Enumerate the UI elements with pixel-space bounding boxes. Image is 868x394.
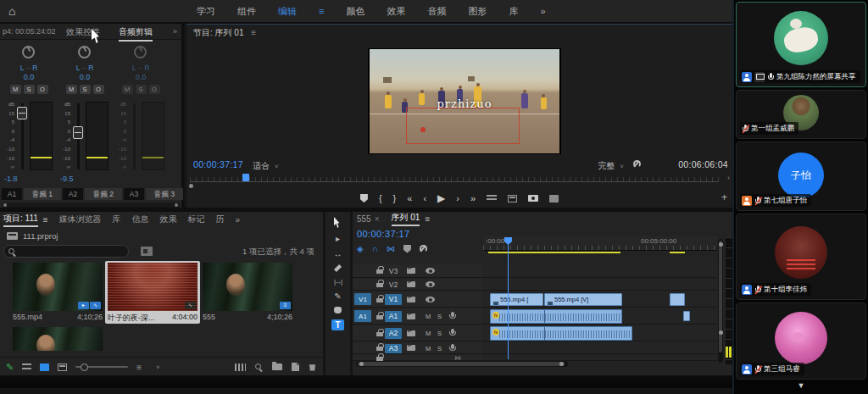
new-item-icon[interactable] [292, 363, 299, 371]
mute-button[interactable]: M [10, 85, 21, 94]
pan-knob[interactable] [78, 46, 91, 58]
snap-magnet-icon[interactable]: ∩ [372, 244, 378, 253]
track-label[interactable]: A3 [385, 344, 402, 353]
track-mute-button[interactable]: M [426, 330, 431, 337]
zoom-level-select[interactable]: 适合 [253, 161, 270, 170]
search-input[interactable] [3, 245, 129, 258]
timeline-ruler[interactable]: :00:00 00:05:00:00 [483, 236, 717, 251]
sync-lock-icon[interactable] [407, 345, 415, 351]
list-view-icon[interactable] [22, 363, 31, 371]
pan-knob[interactable] [22, 46, 35, 58]
voiceover-mic-icon[interactable] [451, 329, 454, 334]
project-clip-4-partial[interactable] [10, 325, 105, 351]
tab-media-browser[interactable]: 媒体浏览器 [59, 214, 102, 225]
timeline-clip-555-2[interactable]: 555.mp4 [V] [544, 293, 622, 306]
close-icon[interactable]: × [375, 214, 380, 224]
program-playhead[interactable] [242, 174, 249, 181]
comparison-view-icon[interactable] [549, 195, 559, 203]
go-to-in-button[interactable]: « [407, 193, 412, 203]
lock-icon[interactable] [376, 332, 383, 336]
nest-sequence-icon[interactable]: ◈ [357, 244, 364, 253]
mute-button[interactable]: M [66, 85, 77, 94]
clip-name[interactable]: 555.mp4 [13, 313, 42, 321]
project-clip-1[interactable]: ▸ ∿ 555.mp4 4;10;26 [10, 261, 105, 324]
slip-tool-icon[interactable]: |↔| [334, 278, 342, 286]
track-solo-button[interactable]: S [437, 345, 442, 352]
track-label[interactable]: A1 [385, 311, 402, 322]
program-preview[interactable]: przhizuo [368, 48, 561, 154]
track-name-audio2[interactable]: 音频 2 [85, 188, 122, 200]
settings-wrench-icon[interactable] [633, 160, 641, 168]
timeline-clip-fragment[interactable] [670, 293, 685, 306]
lock-icon[interactable] [376, 298, 383, 302]
delete-icon[interactable] [309, 363, 316, 371]
go-to-out-button[interactable]: » [470, 193, 476, 203]
icon-view-icon[interactable] [40, 363, 49, 371]
find-icon[interactable] [255, 363, 263, 371]
timeline-timecode[interactable]: 00:00:37:17 [357, 229, 410, 239]
tab-audio-clip-mixer[interactable]: 音频剪辑 [119, 26, 153, 42]
track-select-tool-icon[interactable]: ▸ [336, 234, 340, 243]
solo-button[interactable]: S [80, 85, 91, 94]
linked-selection-icon[interactable]: ⋈ [387, 244, 395, 253]
pen-tool-icon[interactable]: ✎ [334, 291, 341, 301]
track-mute-button[interactable]: M [426, 313, 431, 320]
menu-item-color[interactable]: 颜色 [346, 5, 364, 18]
mark-in-button[interactable]: { [379, 193, 382, 203]
lock-icon[interactable] [376, 347, 383, 351]
participant-tile-3[interactable]: 子怡 第七组唐子怡 [736, 142, 866, 211]
source-patch-v1[interactable]: V1 [354, 293, 371, 305]
menu-item-audio[interactable]: 音频 [427, 5, 446, 18]
voiceover-mic-icon[interactable] [451, 344, 454, 349]
pan-value[interactable]: 0.0 [2, 73, 56, 81]
timeline-hscrollbar[interactable] [356, 361, 568, 367]
thumbnail-zoom-slider[interactable] [75, 366, 128, 368]
extract-icon[interactable] [508, 195, 517, 203]
menu-item-effects[interactable]: 效果 [387, 5, 405, 18]
panel-menu-icon[interactable]: ≡ [425, 214, 430, 224]
add-marker-icon[interactable] [360, 194, 368, 203]
mute-button[interactable]: M [122, 85, 133, 94]
solo-button[interactable]: S [24, 85, 35, 94]
source-patch-a1[interactable]: A1 [354, 310, 371, 322]
selection-tool-icon[interactable] [334, 217, 342, 228]
menu-item-libraries[interactable]: 库 [509, 5, 518, 18]
automate-to-sequence-icon[interactable] [235, 363, 246, 371]
track-name-audio3[interactable]: 音频 3 [146, 188, 183, 200]
add-marker-icon[interactable] [403, 245, 411, 253]
sync-lock-icon[interactable] [407, 281, 415, 287]
timeline-settings-icon[interactable] [420, 245, 427, 252]
panel-menu-icon[interactable]: ≡ [251, 28, 256, 37]
sort-icons-button[interactable]: ≡ [136, 363, 142, 372]
home-icon[interactable]: ⌂ [8, 4, 15, 18]
project-clip-3[interactable]: ≡ 555 4;10;26 [200, 261, 295, 324]
track-solo-button[interactable]: S [437, 330, 442, 337]
tab-info[interactable]: 信息 [132, 214, 149, 225]
more-participants-icon[interactable]: ▼ [734, 381, 868, 390]
button-editor-plus-icon[interactable]: + [721, 191, 727, 203]
pan-knob[interactable] [134, 46, 147, 58]
menu-overflow-icon[interactable]: » [540, 6, 545, 16]
type-tool-icon-active[interactable]: T [331, 319, 344, 330]
project-breadcrumb[interactable]: 111.prproj [23, 231, 58, 241]
track-label[interactable]: V3 [385, 267, 402, 275]
track-mute-button[interactable]: M [426, 345, 431, 352]
tab-overflow-icon[interactable]: » [173, 26, 177, 36]
tab-project[interactable]: 项目: 111 [3, 213, 38, 227]
panel-menu-icon[interactable]: ≡ [43, 215, 48, 225]
lock-icon[interactable] [376, 283, 383, 287]
step-back-button[interactable]: ‹ [423, 193, 426, 203]
sync-lock-icon[interactable] [407, 314, 415, 319]
tab-sequence-01[interactable]: 序列 01 [392, 212, 420, 226]
track-output-eye-icon[interactable] [426, 281, 435, 287]
track-output-eye-icon[interactable] [426, 297, 435, 302]
lift-icon[interactable] [487, 195, 497, 203]
participant-tile-1[interactable]: 第九组陈力然的屏幕共享 [736, 2, 866, 87]
track-label[interactable]: V2 [385, 280, 402, 289]
participant-tile-5[interactable]: 第三组马睿 [736, 302, 866, 380]
timeline-vscrollbar[interactable] [718, 239, 723, 363]
track-label[interactable]: V1 [385, 294, 402, 305]
hand-tool-icon[interactable] [334, 307, 342, 314]
track-output-eye-icon[interactable] [426, 268, 435, 274]
menu-item-learn[interactable]: 学习 [197, 5, 215, 18]
